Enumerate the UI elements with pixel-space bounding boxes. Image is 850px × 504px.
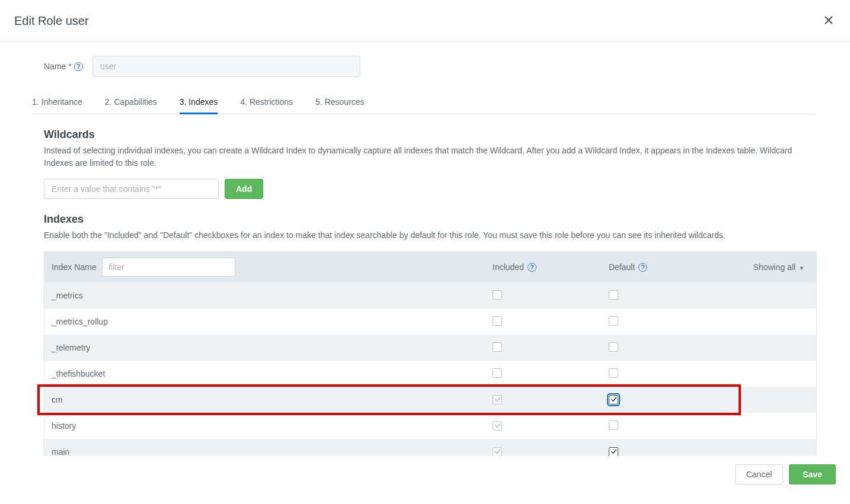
indexes-desc: Enable both the "Included" and "Default"…: [44, 229, 817, 242]
included-checkbox[interactable]: [493, 342, 502, 352]
included-checkbox[interactable]: [493, 316, 502, 326]
index-name: _metrics_rollup: [52, 317, 493, 326]
tab-capabilities[interactable]: 2. Capabilities: [105, 91, 157, 114]
table-row: cm: [44, 387, 816, 413]
tab-restrictions[interactable]: 4. Restrictions: [240, 91, 293, 114]
showing-label: Showing all: [753, 262, 796, 272]
included-checkbox[interactable]: [493, 290, 502, 300]
close-icon[interactable]: [822, 12, 836, 30]
modal-title: Edit Role user: [14, 14, 89, 28]
add-button[interactable]: Add: [225, 179, 263, 199]
table-row: _thefishbucket: [44, 361, 816, 387]
help-icon[interactable]: ?: [528, 263, 536, 272]
default-checkbox[interactable]: [609, 368, 618, 378]
save-button[interactable]: Save: [789, 464, 836, 484]
tab-resources[interactable]: 5. Resources: [315, 91, 364, 114]
name-label: Name * ?: [44, 62, 92, 71]
index-name: history: [52, 421, 493, 431]
table-row: history: [44, 413, 816, 439]
col-included: Included: [493, 262, 524, 272]
tab-inheritance[interactable]: 1. Inheritance: [32, 91, 82, 114]
help-icon[interactable]: ?: [74, 62, 83, 71]
cancel-button[interactable]: Cancel: [735, 464, 784, 484]
index-name: _thefishbucket: [52, 369, 493, 378]
wildcards-desc: Instead of selecting individual indexes,…: [44, 145, 817, 169]
included-checkbox[interactable]: [493, 395, 502, 405]
index-name: _telemetry: [52, 343, 493, 352]
chevron-down-icon: ▼: [799, 265, 804, 271]
table-row: _metrics: [44, 283, 816, 309]
table-row: _telemetry: [44, 335, 816, 361]
filter-input[interactable]: [102, 258, 235, 277]
index-name: _metrics: [52, 291, 493, 300]
table-row: main: [44, 439, 816, 456]
wildcards-title: Wildcards: [44, 129, 817, 141]
included-checkbox[interactable]: [493, 421, 502, 431]
default-checkbox[interactable]: [609, 316, 618, 326]
name-input[interactable]: [92, 56, 360, 77]
included-checkbox[interactable]: [493, 368, 502, 378]
tab-indexes[interactable]: 3. Indexes: [180, 91, 218, 114]
help-icon[interactable]: ?: [638, 263, 647, 272]
col-default: Default: [609, 262, 635, 272]
col-index-name: Index Name: [52, 262, 96, 272]
wildcard-input[interactable]: [44, 179, 219, 199]
default-checkbox[interactable]: [609, 342, 618, 352]
table-row: _metrics_rollup: [44, 309, 816, 335]
showing-dropdown[interactable]: Showing all ▼: [711, 262, 816, 272]
default-checkbox[interactable]: [609, 420, 618, 430]
default-checkbox[interactable]: [609, 447, 618, 456]
default-checkbox[interactable]: [609, 290, 618, 300]
index-name: main: [52, 447, 493, 456]
included-checkbox[interactable]: [493, 447, 502, 456]
indexes-title: Indexes: [44, 213, 817, 226]
default-checkbox[interactable]: [609, 395, 618, 405]
index-name: cm: [52, 395, 493, 405]
name-label-text: Name *: [44, 62, 72, 71]
